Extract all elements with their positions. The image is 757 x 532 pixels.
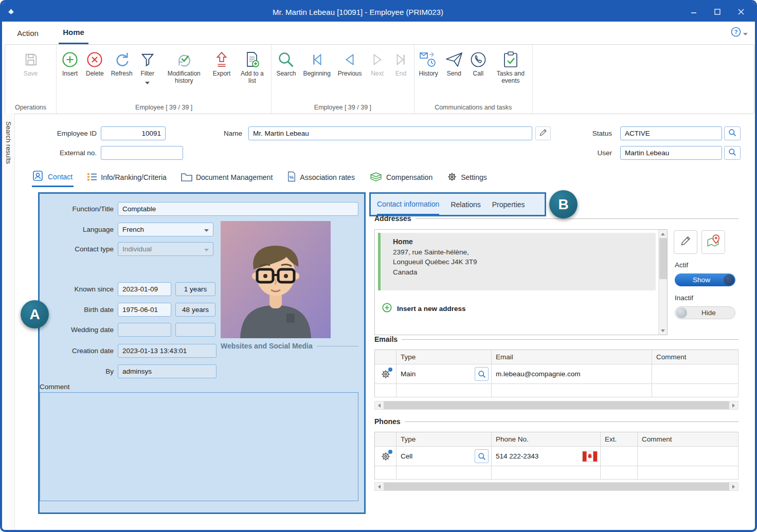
scroll-right-button[interactable] — [729, 483, 738, 490]
group-label-comms: Communications and tasks — [416, 103, 531, 114]
gear-icon[interactable] — [381, 451, 391, 462]
email-row-type-cell[interactable]: Main — [396, 364, 492, 384]
minimize-button[interactable] — [682, 2, 706, 22]
hide-toggle[interactable]: Hide — [675, 306, 735, 319]
annotation-badge-b: B — [549, 190, 578, 218]
address-line1: 2397, rue Sainte-hélène, — [393, 247, 651, 258]
scroll-left-button[interactable] — [375, 401, 384, 409]
scrollbar-thumb[interactable] — [384, 401, 729, 409]
save-button[interactable]: Save — [20, 46, 42, 77]
name-field[interactable]: Mr. Martin Lebeau — [248, 126, 532, 140]
tab-compensation[interactable]: Compensation — [368, 168, 434, 187]
tab-info-ranking-criteria[interactable]: Info/Ranking/Criteria — [86, 168, 168, 187]
wedding-date-field[interactable] — [118, 323, 171, 337]
creation-date-label: Creation date — [40, 344, 114, 358]
tab-document-management[interactable]: Document Management — [180, 168, 274, 187]
phones-section-header: Phones — [374, 417, 738, 426]
phone-type-lookup-button[interactable] — [475, 449, 489, 463]
scroll-left-button[interactable] — [375, 483, 384, 490]
phone-row-ext-cell[interactable] — [601, 447, 638, 466]
tab-association-rates[interactable]: % Association rates — [286, 168, 356, 187]
add-to-list-button[interactable]: Add to a list — [234, 46, 270, 85]
avatar[interactable] — [221, 221, 331, 339]
vertical-scrollbar — [658, 230, 667, 335]
refresh-button[interactable]: Refresh — [107, 46, 136, 77]
maximize-button[interactable] — [706, 2, 729, 22]
known-since-field[interactable]: 2023-01-09 — [118, 282, 171, 296]
modification-history-button[interactable]: Modification history — [159, 46, 209, 85]
function-title-field[interactable]: Comptable — [118, 202, 358, 216]
email-type-value: Main — [401, 370, 416, 378]
search-results-side-tab[interactable]: Search results — [2, 113, 15, 530]
previous-button[interactable]: Previous — [334, 46, 366, 77]
folder-icon — [181, 172, 192, 183]
phone-row-gear-cell[interactable] — [375, 447, 396, 466]
empty-cell — [396, 466, 492, 480]
address-edit-button[interactable] — [674, 230, 697, 254]
email-type-lookup-button[interactable] — [475, 367, 489, 381]
insert-button[interactable]: Insert — [58, 46, 82, 77]
websites-label: Websites and Social Media — [221, 342, 313, 350]
call-button[interactable]: Call — [466, 46, 490, 77]
next-button[interactable]: Next — [366, 46, 389, 77]
scroll-down-button[interactable] — [659, 326, 667, 335]
phone-number-value: 514 222-2343 — [496, 452, 538, 460]
employee-id-label: Employee ID — [31, 126, 97, 140]
scroll-right-button[interactable] — [729, 401, 738, 409]
phones-horizontal-scrollbar — [374, 482, 738, 491]
birth-date-field[interactable]: 1975-06-01 — [118, 303, 171, 317]
address-map-button[interactable] — [701, 230, 725, 254]
tab-contact[interactable]: Contact — [32, 168, 74, 187]
menu-home[interactable]: Home — [59, 22, 88, 44]
address-item[interactable]: Home 2397, rue Sainte-hélène, Longueuil … — [378, 233, 656, 290]
insert-address-button[interactable]: Insert a new address — [382, 303, 466, 314]
external-no-field[interactable] — [101, 146, 183, 160]
beginning-label: Beginning — [303, 70, 330, 77]
filter-button[interactable]: Filter — [136, 46, 159, 86]
status-lookup-button[interactable] — [724, 126, 741, 140]
close-button[interactable] — [729, 2, 753, 22]
menu-action[interactable]: Action — [11, 22, 44, 44]
contact-type-dropdown[interactable]: Individual — [118, 242, 213, 256]
history-button[interactable]: History — [416, 46, 442, 77]
tab-relations[interactable]: Relations — [450, 194, 480, 215]
address-line2: Longueuil Québec J4K 3T9 — [393, 257, 651, 267]
user-field[interactable]: Martin Lebeau — [620, 146, 722, 160]
tab-properties[interactable]: Properties — [492, 194, 525, 215]
status-field[interactable]: ACTIVE — [620, 126, 722, 140]
help-button[interactable]: ? — [731, 22, 748, 44]
empty-cell — [375, 384, 396, 397]
tab-contact-information[interactable]: Contact information — [377, 194, 439, 215]
language-dropdown[interactable]: French — [118, 223, 213, 236]
magnifier-icon — [728, 148, 736, 158]
email-row-comment-cell[interactable] — [652, 364, 738, 384]
email-row-email-cell[interactable]: m.lebeau@compagnie.com — [492, 364, 652, 384]
beginning-button[interactable]: Beginning — [299, 46, 334, 77]
send-button[interactable]: Send — [442, 46, 466, 77]
phone-row-number-cell[interactable]: 514 222-2343 — [492, 447, 601, 466]
search-button[interactable]: Search — [273, 46, 299, 77]
tab-settings[interactable]: Settings — [446, 168, 488, 187]
scrollbar-thumb[interactable] — [384, 483, 729, 490]
employee-id-field[interactable]: 10091 — [101, 126, 166, 140]
main-tabstrip: Contact Info/Ranking/Criteria Document M… — [32, 168, 488, 187]
email-row-gear-cell[interactable] — [375, 364, 396, 384]
phone-row-type-cell[interactable]: Cell — [396, 447, 492, 466]
tab-documents-label: Document Management — [196, 173, 273, 181]
scroll-up-button[interactable] — [659, 230, 667, 238]
app-icon — [7, 8, 15, 17]
comment-textarea[interactable] — [40, 392, 358, 501]
gear-icon[interactable] — [381, 369, 391, 379]
name-edit-button[interactable] — [535, 126, 551, 140]
phone-row-comment-cell[interactable] — [638, 447, 738, 466]
tasks-events-button[interactable]: Tasks and events — [490, 46, 531, 85]
delete-button[interactable]: Delete — [82, 46, 107, 77]
scrollbar-thumb[interactable] — [659, 238, 667, 279]
export-button[interactable]: Export — [209, 46, 235, 77]
end-button[interactable]: End — [389, 46, 413, 77]
modification-history-icon — [175, 49, 193, 70]
show-toggle[interactable]: Show — [675, 273, 735, 286]
addresses-title: Addresses — [374, 214, 411, 223]
user-lookup-button[interactable] — [724, 146, 741, 160]
divider — [416, 218, 738, 219]
